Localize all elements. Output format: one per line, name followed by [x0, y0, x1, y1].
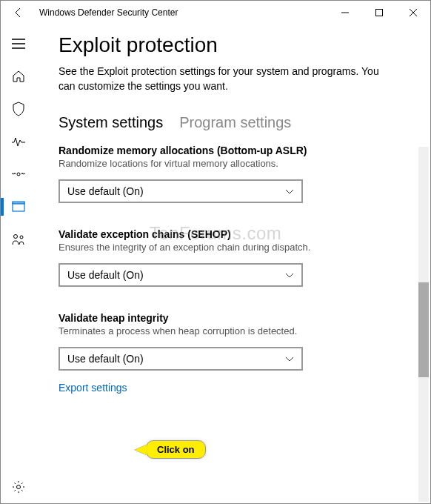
- window-controls: [328, 1, 430, 24]
- titlebar: Windows Defender Security Center: [1, 1, 430, 24]
- setting-title: Validate heap integrity: [59, 312, 410, 324]
- dropdown-value: Use default (On): [67, 353, 144, 365]
- svg-rect-8: [13, 203, 24, 211]
- export-settings-link[interactable]: Export settings: [59, 382, 127, 394]
- setting-aslr: Randomize memory allocations (Bottom-up …: [59, 145, 410, 203]
- page-subtitle: See the Exploit protection settings for …: [59, 64, 384, 93]
- setting-sehop: Validate exception chains (SEHOP) Ensure…: [59, 228, 410, 287]
- nav-app-browser-control[interactable]: [1, 190, 36, 223]
- hamburger-menu[interactable]: [1, 27, 36, 60]
- settings-list: Randomize memory allocations (Bottom-up …: [59, 145, 410, 394]
- nav-home[interactable]: [1, 60, 36, 93]
- tab-system-settings[interactable]: System settings: [59, 114, 163, 131]
- dropdown-value: Use default (On): [67, 185, 144, 197]
- nav-settings[interactable]: [1, 471, 36, 503]
- nav-firewall[interactable]: [1, 158, 36, 190]
- svg-point-11: [20, 236, 23, 239]
- chevron-down-icon: [285, 352, 294, 365]
- chevron-down-icon: [285, 268, 294, 282]
- dropdown-value: Use default (On): [67, 269, 144, 281]
- nav-device-performance[interactable]: [1, 125, 36, 158]
- sidebar: [1, 24, 36, 503]
- setting-title: Randomize memory allocations (Bottom-up …: [59, 145, 410, 156]
- scrollbar-thumb[interactable]: [418, 282, 429, 377]
- svg-point-12: [17, 485, 21, 489]
- setting-desc: Randomize locations for virtual memory a…: [59, 158, 410, 169]
- setting-desc: Ensures the integrity of an exception ch…: [59, 242, 410, 253]
- dropdown-sehop[interactable]: Use default (On): [59, 263, 303, 287]
- dropdown-heap[interactable]: Use default (On): [59, 347, 303, 371]
- page-title: Exploit protection: [59, 33, 410, 57]
- chevron-down-icon: [285, 185, 294, 198]
- nav-virus-protection[interactable]: [1, 93, 36, 125]
- window-title: Windows Defender Security Center: [39, 7, 178, 18]
- close-button[interactable]: [396, 1, 430, 24]
- tab-program-settings[interactable]: Program settings: [179, 114, 291, 131]
- dropdown-aslr[interactable]: Use default (On): [59, 179, 303, 203]
- settings-tabs: System settings Program settings: [59, 114, 410, 131]
- setting-desc: Terminates a process when heap corruptio…: [59, 325, 410, 336]
- minimize-button[interactable]: [328, 1, 362, 24]
- back-button[interactable]: [7, 1, 30, 24]
- setting-heap: Validate heap integrity Terminates a pro…: [59, 312, 410, 371]
- svg-rect-1: [376, 10, 383, 16]
- svg-point-10: [14, 235, 18, 239]
- nav-family-options[interactable]: [1, 223, 36, 256]
- svg-point-7: [17, 173, 20, 176]
- main-content: Exploit protection See the Exploit prote…: [36, 24, 430, 503]
- setting-title: Validate exception chains (SEHOP): [59, 228, 410, 240]
- maximize-button[interactable]: [362, 1, 396, 24]
